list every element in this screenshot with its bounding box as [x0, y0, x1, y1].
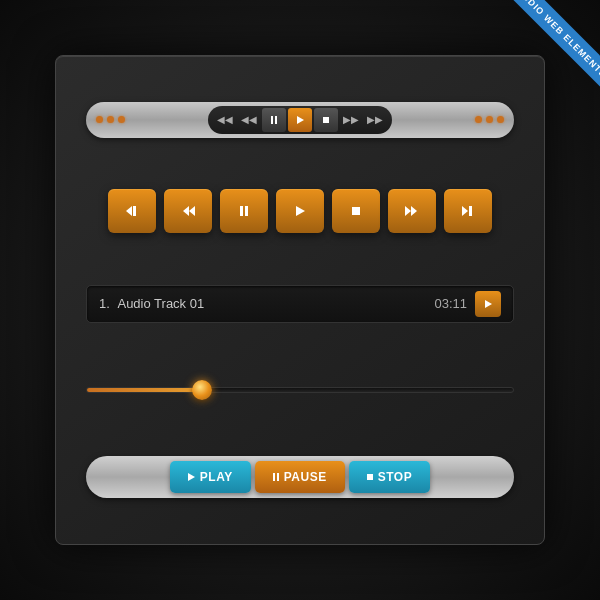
play-bar-stop-button[interactable]: STOP — [349, 461, 430, 493]
slim-fast-forward[interactable]: ▶▶ — [340, 109, 362, 131]
volume-slider-container — [86, 375, 514, 405]
slim-stop[interactable] — [314, 108, 338, 132]
fast-forward-button[interactable] — [388, 189, 436, 233]
slim-pause[interactable] — [262, 108, 286, 132]
dot-3 — [118, 116, 125, 123]
svg-rect-1 — [133, 206, 136, 216]
track-row: 1. Audio Track 01 03:11 — [86, 285, 514, 323]
svg-marker-2 — [183, 206, 189, 216]
svg-rect-7 — [469, 206, 472, 216]
icon-buttons-row — [108, 189, 492, 233]
pause-label: PAUSE — [284, 470, 327, 484]
skip-forward-button[interactable] — [444, 189, 492, 233]
svg-marker-4 — [405, 206, 411, 216]
stop-button[interactable] — [332, 189, 380, 233]
slider-thumb[interactable] — [192, 380, 212, 400]
track-time: 03:11 — [434, 296, 467, 311]
slim-skip-back[interactable]: ◀◀ — [214, 109, 236, 131]
play-bar-pause-button[interactable]: PAUSE — [255, 461, 345, 493]
main-panel: ◀◀ ◀◀ ▶▶ ▶▶ — [55, 55, 545, 545]
skip-back-button[interactable] — [108, 189, 156, 233]
slim-controls: ◀◀ ◀◀ ▶▶ ▶▶ — [208, 106, 392, 134]
svg-marker-6 — [462, 206, 468, 216]
slider-fill — [87, 388, 206, 392]
slim-rewind[interactable]: ◀◀ — [238, 109, 260, 131]
svg-marker-3 — [189, 206, 195, 216]
corner-ribbon: AUDIO WEB ELEMENTS — [480, 0, 600, 120]
ribbon-text: AUDIO WEB ELEMENTS — [505, 0, 600, 90]
slim-dots-left — [96, 116, 125, 123]
slider-track[interactable] — [86, 387, 514, 393]
pause-button[interactable] — [220, 189, 268, 233]
play-label: PLAY — [200, 470, 233, 484]
dot-1 — [96, 116, 103, 123]
play-bar-play-button[interactable]: PLAY — [170, 461, 251, 493]
play-bar: PLAY PAUSE STOP — [86, 456, 514, 498]
play-button[interactable] — [276, 189, 324, 233]
slim-transport-bar: ◀◀ ◀◀ ▶▶ ▶▶ — [86, 102, 514, 138]
slim-skip-forward[interactable]: ▶▶ — [364, 109, 386, 131]
track-name: 1. Audio Track 01 — [99, 296, 434, 311]
dot-2 — [107, 116, 114, 123]
stop-label: STOP — [378, 470, 412, 484]
svg-marker-0 — [126, 206, 132, 216]
slim-play[interactable] — [288, 108, 312, 132]
track-play-button[interactable] — [475, 291, 501, 317]
rewind-button[interactable] — [164, 189, 212, 233]
svg-marker-5 — [411, 206, 417, 216]
